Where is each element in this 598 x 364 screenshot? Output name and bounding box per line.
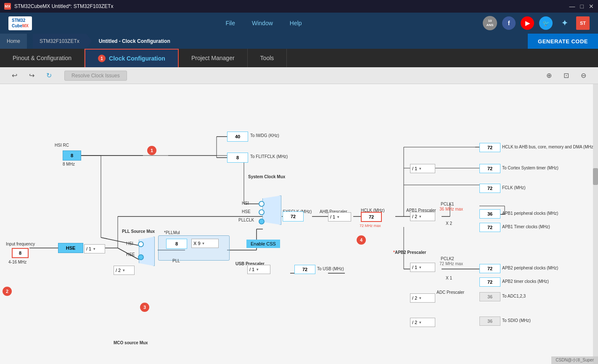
- redo-button[interactable]: ↪: [26, 70, 38, 81]
- tab-clock[interactable]: 1 Clock Configuration: [85, 49, 179, 67]
- close-button[interactable]: ✕: [589, 3, 594, 10]
- window-title: STM32CubeMX Untitled*: STM32F103ZETx: [14, 3, 113, 9]
- fclk-label: FCLK (MHz): [502, 185, 526, 190]
- input-freq-label: Input frequency: [6, 242, 35, 246]
- input-freq-box[interactable]: 8: [12, 248, 29, 258]
- breadcrumb-arrow-1: [27, 34, 33, 49]
- minimize-button[interactable]: —: [569, 3, 575, 10]
- enable-css-button[interactable]: Enable CSS: [246, 240, 280, 248]
- prediv2-dropdown[interactable]: / 2: [114, 266, 135, 275]
- pll-label: PLL: [172, 258, 180, 263]
- apb2-prescaler-label: *APB2 Prescaler: [393, 250, 426, 255]
- hse-prediv-dropdown[interactable]: / 1: [84, 244, 105, 253]
- generate-code-button[interactable]: GENERATE CODE: [528, 34, 598, 49]
- sdio-dropdown[interactable]: / 2: [410, 318, 435, 327]
- apb2-timer-label: APB2 timer clocks (MHz): [502, 279, 549, 284]
- scrollbar-track: [593, 84, 598, 364]
- menu-file[interactable]: File: [225, 20, 235, 26]
- maximize-button[interactable]: □: [580, 3, 584, 10]
- usb-label: To USB (MHz): [317, 266, 344, 271]
- undo-button[interactable]: ↩: [8, 70, 21, 81]
- apb2-peri-label: APB2 peripheral clocks (MHz): [502, 266, 558, 270]
- apb1-x2-label: X 2: [446, 221, 452, 226]
- pll-hsi-radio[interactable]: [138, 241, 144, 247]
- scrollbar-thumb[interactable]: [593, 168, 598, 185]
- sysclk-hse-radio[interactable]: [259, 209, 265, 215]
- sysclk-pllclk-label: PLLCLK: [238, 218, 254, 222]
- sdio-value-box[interactable]: 36: [479, 317, 500, 326]
- toolbar: ↩ ↪ ↻ Resolve Clock Issues ⊕ ⊡ ⊖: [0, 67, 598, 84]
- hclk-max-label: 72 MHz max: [360, 224, 381, 228]
- menu-help[interactable]: Help: [290, 20, 302, 26]
- twitter-icon[interactable]: 🐦: [539, 16, 553, 30]
- mco-label: MCO source Mux: [114, 340, 148, 345]
- adc-prescaler-dropdown[interactable]: / 2: [410, 293, 435, 303]
- apb2-peri-box[interactable]: 72: [479, 264, 500, 273]
- menu-window[interactable]: Window: [252, 20, 273, 26]
- ahb-prescaler-dropdown[interactable]: / 1: [328, 212, 351, 222]
- statusbar: CSDN@小洋_Super: [551, 356, 598, 364]
- hsi-rc-box: 8: [63, 150, 81, 161]
- apb1-prescaler-dropdown[interactable]: / 2: [410, 212, 435, 221]
- clock-canvas: HSI RC 8 8 MHz 40 To IWDG (KHz) 8 To FLI…: [0, 84, 598, 364]
- adc-prescaler-label: ADC Prescaler: [437, 290, 464, 295]
- hclk-ahb-box[interactable]: 72: [479, 143, 500, 152]
- st-logo-icon: ST: [576, 16, 590, 30]
- cortex-div-dropdown[interactable]: / 1: [410, 164, 435, 173]
- hse-btn[interactable]: HSE: [58, 243, 83, 253]
- flit-value-box[interactable]: 8: [227, 153, 248, 163]
- annotation-3: 3: [140, 303, 149, 312]
- resolve-button[interactable]: Resolve Clock Issues: [64, 71, 127, 81]
- badge-icon: 10ANS: [483, 16, 497, 30]
- breadcrumb-bar: Home STM32F103ZETx Untitled - Clock Conf…: [0, 34, 598, 49]
- hsi-rc-label: HSI RC: [55, 143, 69, 148]
- usb-prescaler-dropdown[interactable]: / 1: [247, 265, 270, 274]
- youtube-icon[interactable]: ▶: [521, 16, 534, 30]
- sysclk-hse-label: HSE: [242, 209, 251, 214]
- apb2-timer-box[interactable]: 72: [479, 277, 500, 287]
- clock-diagram-area: HSI RC 8 8 MHz 40 To IWDG (KHz) 8 To FLI…: [0, 84, 598, 364]
- fit-button[interactable]: ⊡: [560, 70, 572, 81]
- pll-mul-value-box[interactable]: 8: [166, 239, 187, 249]
- breadcrumb-current: Untitled - Clock Configuration: [92, 34, 177, 49]
- network-icon[interactable]: ✦: [558, 16, 571, 30]
- hclk-value-box[interactable]: 72: [361, 212, 382, 222]
- zoom-in-button[interactable]: ⊕: [543, 70, 555, 81]
- tab-project[interactable]: Project Manager: [179, 49, 248, 67]
- input-freq-range: 4-16 MHz: [8, 260, 26, 264]
- annotation-2: 2: [3, 287, 12, 296]
- annotation-4: 4: [357, 235, 366, 245]
- facebook-icon[interactable]: f: [502, 16, 516, 30]
- sysclk-hsi-label: HSI: [242, 201, 249, 206]
- fclk-box[interactable]: 72: [479, 184, 500, 193]
- apb1-timer-box[interactable]: 72: [479, 223, 500, 232]
- zoom-out-button[interactable]: ⊖: [577, 70, 590, 81]
- sysclk-mux-label: System Clock Mux: [248, 174, 285, 179]
- pll-hse-label: HSE: [126, 252, 135, 257]
- pll-hse-radio[interactable]: [138, 254, 144, 260]
- sysclk-mux-shape: [262, 195, 281, 225]
- usb-value-box[interactable]: 72: [294, 265, 315, 274]
- iwdg-value-box[interactable]: 40: [227, 132, 248, 142]
- hsi-freq-label: 8 MHz: [63, 162, 75, 166]
- apb1-peri-box[interactable]: 36: [479, 209, 500, 219]
- tab-pinout[interactable]: Pinout & Configuration: [0, 49, 85, 67]
- pclk1-label: PCLK1: [441, 202, 454, 206]
- breadcrumb-home[interactable]: Home: [0, 34, 27, 49]
- apb2-x1-label: X 1: [446, 276, 452, 280]
- cortex-sys-box[interactable]: 72: [479, 164, 500, 173]
- logo: STM32 CubeMX: [8, 16, 32, 30]
- annotation-1: 1: [147, 146, 156, 155]
- refresh-button[interactable]: ↻: [43, 70, 55, 81]
- titlebar: MX STM32CubeMX Untitled*: STM32F103ZETx …: [0, 0, 598, 13]
- apb2-prescaler-dropdown[interactable]: / 1: [410, 263, 435, 272]
- sysclk-pllclk-radio[interactable]: [259, 219, 265, 224]
- pll-x9-dropdown[interactable]: X 9: [191, 239, 219, 248]
- breadcrumb-mcu[interactable]: STM32F103ZETx: [33, 34, 86, 49]
- sysclk-value-box[interactable]: 72: [283, 211, 304, 222]
- tab-tools[interactable]: Tools: [248, 49, 287, 67]
- iwdg-label: To IWDG (KHz): [250, 133, 279, 138]
- sysclk-hsi-radio[interactable]: [259, 201, 265, 207]
- adc-value-box[interactable]: 36: [479, 292, 500, 301]
- flit-label: To FLITFCLK (MHz): [250, 154, 288, 159]
